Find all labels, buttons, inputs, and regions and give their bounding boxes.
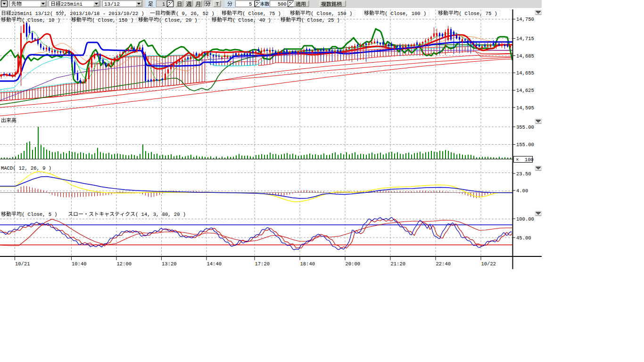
svg-text:, 2013/10/18 - 2013/10/22 ): , 2013/10/18 - 2013/10/22 ): [64, 11, 144, 16]
svg-text:14,625: 14,625: [516, 88, 534, 93]
svg-text:( 9, 26, 52 ): ( 9, 26, 52 ): [176, 11, 215, 16]
svg-text:MACD( 12, 26, 9 ): MACD( 12, 26, 9 ): [1, 165, 51, 171]
svg-text:22:40: 22:40: [436, 261, 451, 267]
svg-text:13:20: 13:20: [162, 261, 177, 267]
svg-text:( Close, 75 ): ( Close, 75 ): [242, 11, 281, 16]
svg-text:1: 1: [162, 1, 165, 7]
svg-text:( Close, 10 ): ( Close, 10 ): [22, 17, 60, 23]
svg-text:T: T: [216, 1, 219, 7]
svg-text:10:40: 10:40: [72, 261, 87, 267]
svg-text:( Close, 5 ): ( Close, 5 ): [22, 212, 58, 217]
svg-text:( Close, 150 ): ( Close, 150 ): [92, 17, 133, 23]
svg-text:14,715: 14,715: [516, 36, 534, 41]
svg-text:355.00: 355.00: [516, 124, 534, 130]
svg-text:( Close, 150 ): ( Close, 150 ): [311, 11, 352, 16]
svg-text:14:40: 14:40: [207, 261, 222, 267]
svg-text:14,685: 14,685: [516, 53, 534, 59]
svg-text:45.00: 45.00: [516, 235, 531, 241]
svg-text:21:20: 21:20: [391, 261, 406, 267]
svg-text:( Close, 100 ): ( Close, 100 ): [385, 11, 426, 16]
svg-text:13/12: 13/12: [104, 1, 120, 7]
svg-text:14,655: 14,655: [516, 70, 534, 76]
svg-text:( Close, 20 ): ( Close, 20 ): [159, 17, 198, 23]
svg-text:14,750: 14,750: [516, 16, 534, 22]
svg-text:4.00: 4.00: [516, 188, 528, 194]
svg-text:( 14, 3, 80, 20 ): ( 14, 3, 80, 20 ): [135, 212, 186, 217]
svg-text:10/21: 10/21: [15, 261, 30, 267]
svg-text:155.00: 155.00: [516, 142, 534, 148]
svg-text:225mini: 225mini: [61, 1, 83, 7]
svg-text:10/22: 10/22: [481, 261, 496, 267]
svg-text:5: 5: [249, 1, 252, 7]
svg-text:225mini 13/12( 5: 225mini 13/12( 5: [11, 11, 59, 16]
svg-text:( Close, 75 ): ( Close, 75 ): [459, 11, 497, 16]
svg-text:23.50: 23.50: [516, 171, 531, 177]
svg-text:18:40: 18:40: [300, 261, 315, 267]
svg-text:( Close, 40 ): ( Close, 40 ): [232, 17, 271, 23]
svg-text:14,595: 14,595: [516, 105, 534, 111]
svg-text:17:20: 17:20: [255, 261, 270, 267]
svg-text:500: 500: [278, 1, 287, 7]
svg-text:( Close, 25 ): ( Close, 25 ): [301, 17, 340, 23]
svg-text:12:00: 12:00: [117, 261, 132, 267]
svg-text:× 100: × 100: [516, 157, 534, 163]
svg-text:100.00: 100.00: [516, 216, 534, 222]
svg-text:20:00: 20:00: [346, 261, 361, 267]
